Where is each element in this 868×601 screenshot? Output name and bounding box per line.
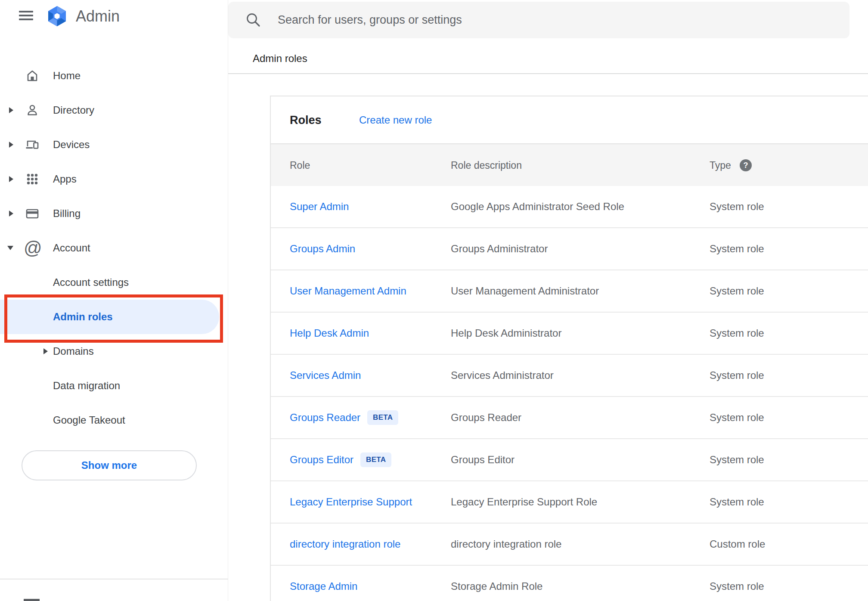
role-type: System role (710, 243, 764, 255)
chevron-right-icon[interactable] (9, 176, 13, 182)
sidebar-item-account[interactable]: @ Account (0, 231, 228, 265)
sidebar-item-directory[interactable]: Directory (0, 93, 228, 127)
chevron-down-icon[interactable] (7, 246, 13, 250)
sidebar-item-label: Apps (53, 173, 77, 185)
home-icon (25, 68, 40, 83)
sidebar-item-label: Admin roles (53, 311, 113, 323)
role-description: User Management Administrator (451, 285, 599, 297)
sidebar-item-account-settings[interactable]: Account settings (0, 265, 228, 300)
sidebar: Admin Home Directory Devices (0, 0, 228, 601)
at-sign-icon: @ (24, 239, 42, 257)
search-bar[interactable] (228, 2, 849, 38)
create-new-role-link[interactable]: Create new role (359, 114, 432, 126)
roles-table-body: Super Admin Google Apps Administrator Se… (271, 186, 868, 601)
roles-card-header: Roles Create new role (271, 96, 868, 143)
role-description: Groups Reader (451, 412, 521, 424)
roles-card: Roles Create new role Role Role descript… (270, 96, 868, 601)
table-row: Services Admin Services Administrator Sy… (271, 355, 868, 397)
sidebar-item-domains[interactable]: Domains (0, 334, 228, 369)
clipped-bottom-icon (24, 599, 40, 601)
sidebar-item-label: Devices (53, 139, 90, 151)
role-description: Groups Administrator (451, 243, 548, 255)
sidebar-item-admin-roles[interactable]: Admin roles (0, 300, 228, 334)
show-more-button[interactable]: Show more (22, 450, 197, 480)
sidebar-item-label: Directory (53, 104, 94, 116)
role-link[interactable]: User Management Admin (290, 285, 406, 297)
role-link[interactable]: Groups Editor (290, 454, 353, 466)
apps-grid-icon (25, 172, 40, 186)
column-header-type: Type (710, 159, 731, 171)
table-row: Help Desk Admin Help Desk Administrator … (271, 313, 868, 355)
column-header-role: Role (290, 159, 310, 171)
role-type: System role (710, 412, 764, 424)
search-icon (245, 11, 262, 28)
sidebar-item-devices[interactable]: Devices (0, 127, 228, 162)
sidebar-item-apps[interactable]: Apps (0, 162, 228, 196)
table-row: Groups Admin Groups Administrator System… (271, 228, 868, 270)
column-header-description: Role description (451, 159, 522, 171)
role-type: System role (710, 201, 764, 213)
sidebar-item-billing[interactable]: Billing (0, 196, 228, 231)
header-divider (228, 73, 868, 74)
card-title: Roles (290, 113, 322, 127)
role-link[interactable]: Services Admin (290, 369, 361, 381)
role-description: Storage Admin Role (451, 580, 542, 592)
sidebar-item-label: Domains (53, 345, 94, 357)
beta-badge: BETA (360, 452, 391, 467)
sidebar-item-label: Google Takeout (53, 414, 125, 426)
table-header-row: Role Role description Type ? (271, 143, 868, 186)
app-title: Admin (76, 7, 120, 26)
chevron-right-icon[interactable] (9, 107, 13, 113)
role-link[interactable]: Help Desk Admin (290, 327, 369, 339)
sidebar-item-data-migration[interactable]: Data migration (0, 369, 228, 403)
sidebar-item-label: Account (53, 242, 90, 254)
role-description: directory integration role (451, 538, 561, 550)
role-link[interactable]: Legacy Enterprise Support (290, 496, 412, 508)
chevron-right-icon[interactable] (9, 211, 13, 217)
role-link[interactable]: Groups Reader (290, 412, 360, 424)
sidebar-item-label: Account settings (53, 276, 129, 288)
beta-badge: BETA (367, 410, 398, 425)
sidebar-item-google-takeout[interactable]: Google Takeout (0, 403, 228, 437)
role-type: System role (710, 580, 764, 592)
breadcrumb: Admin roles (253, 53, 307, 65)
role-link[interactable]: Super Admin (290, 201, 349, 213)
search-input[interactable] (278, 2, 816, 38)
table-row: Groups Editor BETA Groups Editor System … (271, 439, 868, 481)
role-link[interactable]: Storage Admin (290, 580, 357, 592)
table-row: Groups Reader BETA Groups Reader System … (271, 397, 868, 439)
table-row: directory integration role directory int… (271, 524, 868, 566)
table-row: Storage Admin Storage Admin Role System … (271, 566, 868, 601)
role-description: Legacy Enterprise Support Role (451, 496, 597, 508)
credit-card-icon (25, 206, 40, 221)
table-row: Super Admin Google Apps Administrator Se… (271, 186, 868, 228)
role-link[interactable]: Groups Admin (290, 243, 355, 255)
chevron-right-icon[interactable] (43, 348, 48, 354)
sidebar-item-label: Home (53, 70, 81, 82)
role-type: System role (710, 285, 764, 297)
role-type: Custom role (710, 538, 765, 550)
role-link[interactable]: directory integration role (290, 538, 400, 550)
chevron-right-icon[interactable] (9, 142, 13, 148)
table-row: Legacy Enterprise Support Legacy Enterpr… (271, 481, 868, 524)
devices-icon (25, 137, 40, 152)
sidebar-item-home[interactable]: Home (0, 59, 228, 93)
role-description: Help Desk Administrator (451, 327, 561, 339)
admin-logo-icon (46, 6, 68, 27)
role-type: System role (710, 369, 764, 381)
sidebar-item-label: Billing (53, 208, 81, 220)
sidebar-item-label: Data migration (53, 380, 120, 392)
role-description: Groups Editor (451, 454, 515, 466)
role-type: System role (710, 327, 764, 339)
role-type: System role (710, 454, 764, 466)
help-icon[interactable]: ? (740, 159, 752, 171)
hamburger-menu-icon[interactable] (19, 11, 33, 21)
person-icon (25, 103, 40, 118)
role-description: Google Apps Administrator Seed Role (451, 201, 624, 213)
sidebar-bottom-divider (0, 579, 228, 579)
role-type: System role (710, 496, 764, 508)
role-description: Services Administrator (451, 369, 554, 381)
table-row: User Management Admin User Management Ad… (271, 270, 868, 313)
